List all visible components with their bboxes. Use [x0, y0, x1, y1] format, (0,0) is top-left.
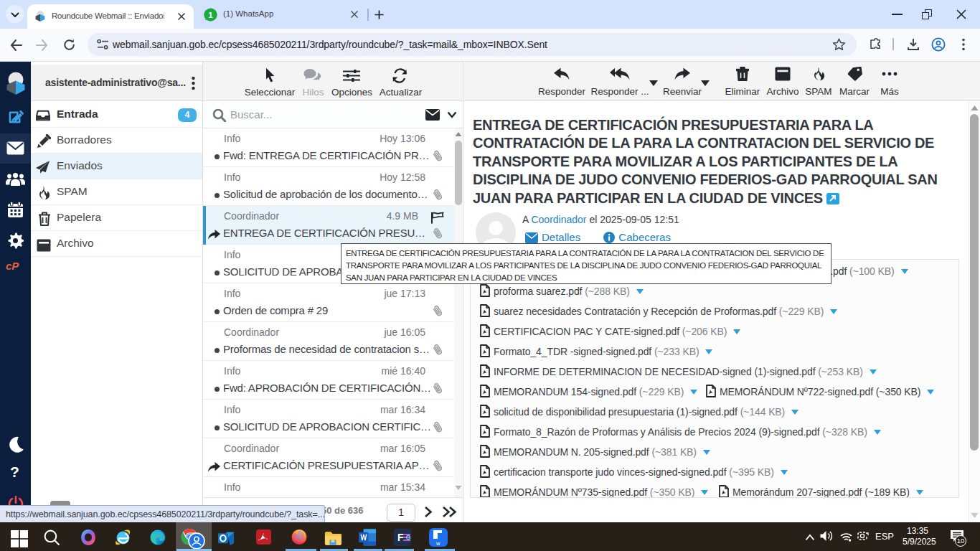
svg-text:1: 1: [208, 11, 213, 19]
